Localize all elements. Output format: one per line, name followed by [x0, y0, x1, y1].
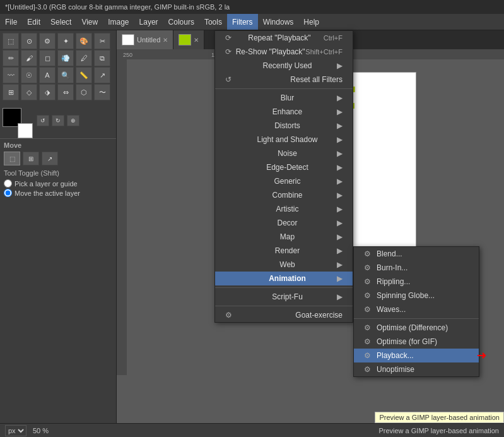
separator-3 [215, 306, 353, 306]
tool-scissors[interactable]: ✂ [94, 33, 110, 49]
move-option-grid[interactable]: ⊞ [23, 152, 39, 165]
tool-warp[interactable]: 〜 [94, 84, 110, 100]
unit-select[interactable]: px [5, 425, 26, 436]
move-option-layers[interactable]: ⬚ [4, 152, 20, 165]
animation-arrow: ▶ [337, 274, 343, 283]
radio-move-active-label: Move the active layer [15, 189, 80, 197]
playback-arrow-indicator [476, 351, 489, 360]
radio-pick-layer-input[interactable] [4, 179, 12, 188]
menu-file[interactable]: File [0, 14, 22, 30]
zoom-button[interactable]: ⊕ [67, 115, 79, 126]
optimise-gif-item[interactable]: ⚙ Optimise (for GIF) [354, 335, 479, 349]
undo-button[interactable]: ↺ [37, 115, 49, 126]
goat-exercise-item[interactable]: ⚙ Goat-exercise [215, 308, 353, 322]
decor-item[interactable]: Decor ▶ [215, 216, 353, 230]
background-color[interactable] [18, 123, 33, 138]
tool-clone[interactable]: ⧉ [94, 50, 110, 66]
reshow-playback[interactable]: ⟳ Re-Show "Playback" Shift+Ctrl+F [215, 45, 353, 59]
blend-item[interactable]: ⚙ Blend... [354, 247, 479, 261]
tool-free-select[interactable]: ⚙ [39, 33, 56, 49]
burn-in-label: Burn-In... [377, 263, 407, 272]
burn-in-item[interactable]: ⚙ Burn-In... [354, 261, 479, 275]
render-item[interactable]: Render ▶ [215, 244, 353, 258]
tool-ink[interactable]: 🖊 [76, 50, 92, 66]
tool-dodge-burn[interactable]: ☉ [21, 67, 37, 83]
recently-used[interactable]: Recently Used ▶ [215, 59, 353, 73]
animation-item[interactable]: Animation ▶ [215, 272, 353, 285]
repeat-playback[interactable]: ⟳ Repeat "Playback" Ctrl+F [215, 31, 353, 45]
tool-rectangle-select[interactable]: ⬚ [3, 33, 19, 49]
tool-airbrush[interactable]: 💨 [57, 50, 74, 66]
tool-fuzzy-select[interactable]: ✦ [57, 33, 74, 49]
tool-smudge[interactable]: 〰 [3, 67, 19, 83]
artistic-item[interactable]: Artistic ▶ [215, 202, 353, 216]
menu-help[interactable]: Help [298, 14, 324, 30]
separator-1 [215, 88, 353, 89]
tool-measure[interactable]: 📏 [76, 67, 92, 83]
script-fu-item[interactable]: Script-Fu ▶ [215, 290, 353, 304]
rippling-item[interactable]: ⚙ Rippling... [354, 275, 479, 289]
tool-text[interactable]: A [39, 67, 56, 83]
reset-all-filters[interactable]: ↺ Reset all Filters [215, 73, 353, 87]
menu-colours[interactable]: Colours [163, 14, 199, 30]
edge-detect-arrow: ▶ [337, 163, 343, 172]
menu-select[interactable]: Select [45, 14, 76, 30]
tool-flip[interactable]: ⇔ [57, 84, 74, 100]
spinning-globe-item[interactable]: ⚙ Spinning Globe... [354, 289, 479, 302]
menu-view[interactable]: View [76, 14, 103, 30]
menu-tools[interactable]: Tools [199, 14, 227, 30]
tool-eraser[interactable]: ◻ [39, 50, 56, 66]
web-item[interactable]: Web ▶ [215, 258, 353, 272]
tool-color-picker[interactable]: 🔍 [57, 67, 74, 83]
svg-text:250: 250 [123, 52, 132, 58]
light-shadow-item[interactable]: Light and Shadow ▶ [215, 133, 353, 147]
radio-pick-layer[interactable]: Pick a layer or guide [4, 179, 112, 188]
optimise-diff-label: Optimise (Difference) [377, 323, 448, 332]
map-item[interactable]: Map ▶ [215, 230, 353, 244]
unoptimise-item[interactable]: ⚙ Unoptimise [354, 362, 479, 376]
recently-used-label: Recently Used [262, 61, 312, 70]
menu-layer[interactable]: Layer [134, 14, 163, 30]
redo-button[interactable]: ↻ [52, 115, 64, 126]
edge-detect-item[interactable]: Edge-Detect ▶ [215, 160, 353, 174]
rippling-label: Rippling... [377, 277, 410, 286]
radio-move-active-input[interactable] [4, 189, 12, 197]
anim-sep-1 [354, 318, 479, 319]
menu-edit[interactable]: Edit [22, 14, 45, 30]
goat-exercise-icon: ⚙ [225, 311, 232, 320]
tool-paths[interactable]: ✏ [3, 50, 19, 66]
tool-transform[interactable]: ↗ [94, 67, 110, 83]
enhance-label: Enhance [273, 107, 302, 116]
optimise-diff-item[interactable]: ⚙ Optimise (Difference) [354, 321, 479, 335]
menu-windows[interactable]: Windows [258, 14, 299, 30]
menu-filters[interactable]: Filters [227, 14, 258, 30]
combine-item[interactable]: Combine ▶ [215, 188, 353, 202]
enhance-item[interactable]: Enhance ▶ [215, 105, 353, 119]
goat-exercise-label: Goat-exercise [295, 311, 343, 320]
blur-item[interactable]: Blur ▶ [215, 91, 353, 105]
move-option-path[interactable]: ↗ [42, 152, 58, 165]
distorts-item[interactable]: Distorts ▶ [215, 119, 353, 133]
canvas-tab-1[interactable]: Untitled ✕ [117, 30, 173, 49]
radio-move-active[interactable]: Move the active layer [4, 189, 112, 197]
tool-cage[interactable]: ⬡ [76, 84, 92, 100]
menu-image[interactable]: Image [103, 14, 134, 30]
waves-item[interactable]: ⚙ Waves... [354, 302, 479, 316]
noise-item[interactable]: Noise ▶ [215, 147, 353, 160]
tab-close-2[interactable]: ✕ [194, 37, 199, 44]
generic-item[interactable]: Generic ▶ [215, 174, 353, 188]
artistic-arrow: ▶ [337, 205, 343, 213]
tool-ellipse-select[interactable]: ⊙ [21, 33, 37, 49]
waves-label: Waves... [377, 305, 406, 314]
tool-perspective[interactable]: ⬗ [39, 84, 56, 100]
tab-close-1[interactable]: ✕ [163, 37, 168, 44]
color-swatch-container[interactable] [3, 108, 28, 133]
animation-label: Animation [269, 274, 306, 283]
playback-item[interactable]: ⚙ Playback... [354, 349, 479, 362]
tool-shear[interactable]: ◇ [21, 84, 37, 100]
canvas-tab-2[interactable]: ✕ [173, 30, 204, 49]
burn-in-icon: ⚙ [364, 263, 373, 272]
tool-scale[interactable]: ⊞ [3, 84, 19, 100]
tool-paintbrush[interactable]: 🖌 [21, 50, 37, 66]
tool-select-color[interactable]: 🎨 [76, 33, 92, 49]
